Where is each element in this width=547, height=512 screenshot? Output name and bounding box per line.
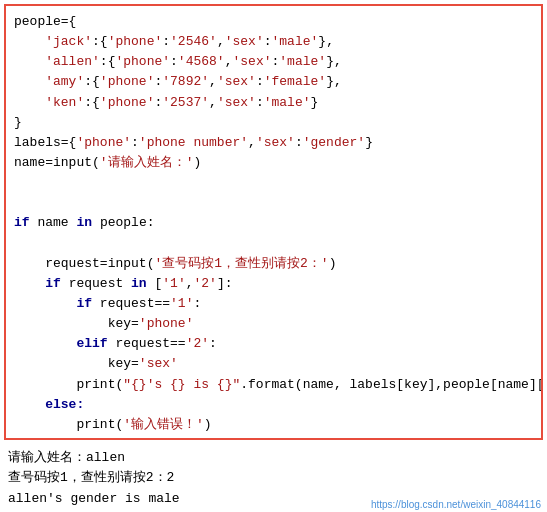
output-line-1: 请输入姓名：allen [8,448,539,469]
code-block: people={ 'jack':{'phone':'2546','sex':'m… [14,12,533,440]
output-line-2: 查号码按1，查性别请按2：2 [8,468,539,489]
watermark: https://blog.csdn.net/weixin_40844116 [371,499,541,510]
main-container: people={ 'jack':{'phone':'2546','sex':'m… [0,0,547,512]
output-section: 请输入姓名：allen 查号码按1，查性别请按2：2 allen's gende… [0,444,547,512]
code-editor: people={ 'jack':{'phone':'2546','sex':'m… [4,4,543,440]
